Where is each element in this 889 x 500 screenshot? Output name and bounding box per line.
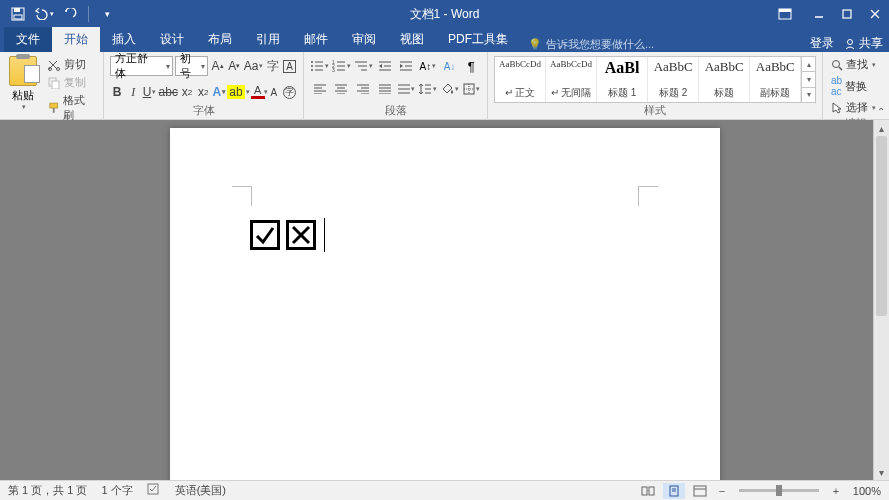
scroll-thumb[interactable] <box>876 136 887 316</box>
find-button[interactable]: 查找▾ <box>829 56 883 73</box>
justify-button[interactable] <box>375 79 395 99</box>
tab-design[interactable]: 设计 <box>148 27 196 52</box>
style-heading2[interactable]: AaBbC标题 2 <box>648 57 699 102</box>
web-layout-button[interactable] <box>689 483 711 499</box>
grow-font-button[interactable]: A▴ <box>210 56 225 76</box>
scroll-down-button[interactable]: ▾ <box>874 464 889 480</box>
style-normal[interactable]: AaBbCcDd↵ 正文 <box>495 57 546 102</box>
page-count[interactable]: 第 1 页，共 1 页 <box>8 483 87 498</box>
sort-button[interactable]: A↓ <box>440 56 460 76</box>
tab-references[interactable]: 引用 <box>244 27 292 52</box>
zoom-thumb[interactable] <box>776 485 782 496</box>
paste-button[interactable]: 粘贴 ▾ <box>6 54 41 124</box>
bold-button[interactable]: B <box>110 82 124 102</box>
ribbon-display-options-button[interactable] <box>771 2 799 26</box>
vertical-scrollbar[interactable]: ▴ ▾ <box>873 120 889 480</box>
tab-layout[interactable]: 布局 <box>196 27 244 52</box>
bucket-icon <box>440 83 454 95</box>
minimize-button[interactable] <box>805 2 833 26</box>
qat-customize-button[interactable]: ▾ <box>95 2 119 26</box>
proofing-button[interactable] <box>147 483 161 498</box>
change-case-button[interactable]: Aa▾ <box>244 56 264 76</box>
tab-home[interactable]: 开始 <box>52 27 100 52</box>
superscript-button[interactable]: x2 <box>196 82 210 102</box>
scroll-up-button[interactable]: ▴ <box>874 120 889 136</box>
svg-rect-15 <box>50 103 58 108</box>
tab-mailings[interactable]: 邮件 <box>292 27 340 52</box>
scissors-icon <box>47 59 61 71</box>
gallery-down-button[interactable]: ▾ <box>802 72 815 87</box>
font-color-button[interactable]: A▾ <box>250 82 264 102</box>
styles-gallery[interactable]: AaBbCcDd↵ 正文 AaBbCcDd↵ 无间隔 AaBl标题 1 AaBb… <box>494 56 816 103</box>
paste-label: 粘贴 <box>12 88 34 103</box>
tab-view[interactable]: 视图 <box>388 27 436 52</box>
borders-button[interactable]: ▾ <box>461 79 481 99</box>
decrease-indent-button[interactable] <box>375 56 395 76</box>
line-spacing-button[interactable]: ▾ <box>418 79 438 99</box>
gallery-up-button[interactable]: ▴ <box>802 57 815 72</box>
tell-me-search[interactable]: 💡 告诉我您想要做什么... <box>528 37 654 52</box>
asian-layout-button[interactable]: A↕▾ <box>418 56 438 76</box>
font-name-select[interactable]: 方正舒体▾ <box>110 56 173 76</box>
language-button[interactable]: 英语(美国) <box>175 483 226 498</box>
underline-button[interactable]: U▾ <box>142 82 156 102</box>
print-layout-button[interactable] <box>663 483 685 499</box>
redo-button[interactable] <box>58 2 82 26</box>
shading-button[interactable]: ▾ <box>440 79 460 99</box>
copy-button[interactable]: 复制 <box>45 74 97 91</box>
subscript-button[interactable]: x2 <box>180 82 194 102</box>
style-nospacing[interactable]: AaBbCcDd↵ 无间隔 <box>546 57 597 102</box>
tab-pdf[interactable]: PDF工具集 <box>436 27 520 52</box>
zoom-out-button[interactable]: − <box>715 485 729 497</box>
enclose-char-button[interactable]: 字 <box>283 82 297 102</box>
tab-file[interactable]: 文件 <box>4 27 52 52</box>
margin-mark-tr <box>638 186 658 206</box>
cut-button[interactable]: 剪切 <box>45 56 97 73</box>
document-content[interactable] <box>250 218 325 252</box>
tab-insert[interactable]: 插入 <box>100 27 148 52</box>
signin-link[interactable]: 登录 <box>810 35 834 52</box>
svg-rect-5 <box>779 9 791 12</box>
collapse-ribbon-button[interactable]: ⌃ <box>877 106 885 117</box>
zoom-in-button[interactable]: + <box>829 485 843 497</box>
char-border-button[interactable]: A <box>282 56 297 76</box>
close-button[interactable] <box>861 2 889 26</box>
strikethrough-button[interactable]: abc <box>159 82 178 102</box>
margin-mark-tl <box>232 186 252 206</box>
distribute-button[interactable]: ▾ <box>397 79 417 99</box>
shrink-font-button[interactable]: A▾ <box>227 56 242 76</box>
select-button[interactable]: 选择▾ <box>829 99 883 116</box>
word-count[interactable]: 1 个字 <box>101 483 132 498</box>
page[interactable] <box>170 128 720 480</box>
align-center-button[interactable] <box>332 79 352 99</box>
numbering-button[interactable]: 123▾ <box>332 56 352 76</box>
multilevel-icon <box>354 60 368 72</box>
tab-review[interactable]: 审阅 <box>340 27 388 52</box>
svg-line-64 <box>839 67 842 70</box>
zoom-level[interactable]: 100% <box>853 485 881 497</box>
phonetic-guide-button[interactable]: 字 <box>265 56 280 76</box>
undo-button[interactable]: ▾ <box>32 2 56 26</box>
style-heading1[interactable]: AaBl标题 1 <box>597 57 648 102</box>
increase-indent-button[interactable] <box>397 56 417 76</box>
zoom-slider[interactable] <box>739 489 819 492</box>
font-size-select[interactable]: 初号▾ <box>175 56 208 76</box>
style-subtitle[interactable]: AaBbC副标题 <box>750 57 801 102</box>
replace-button[interactable]: abac替换 <box>829 74 883 98</box>
svg-point-10 <box>848 39 853 44</box>
gallery-more-button[interactable]: ▾ <box>802 88 815 102</box>
bullets-button[interactable]: ▾ <box>310 56 330 76</box>
italic-button[interactable]: I <box>126 82 140 102</box>
share-button[interactable]: 共享 <box>844 35 883 52</box>
highlight-button[interactable]: ab▾ <box>228 82 248 102</box>
style-title[interactable]: AaBbC标题 <box>699 57 750 102</box>
char-shading-button[interactable]: A <box>267 82 281 102</box>
show-marks-button[interactable]: ¶ <box>461 56 481 76</box>
read-mode-button[interactable] <box>637 483 659 499</box>
save-button[interactable] <box>6 2 30 26</box>
align-right-button[interactable] <box>353 79 373 99</box>
maximize-button[interactable] <box>833 2 861 26</box>
multilevel-list-button[interactable]: ▾ <box>353 56 373 76</box>
align-left-button[interactable] <box>310 79 330 99</box>
text-effects-button[interactable]: A▾ <box>212 82 226 102</box>
